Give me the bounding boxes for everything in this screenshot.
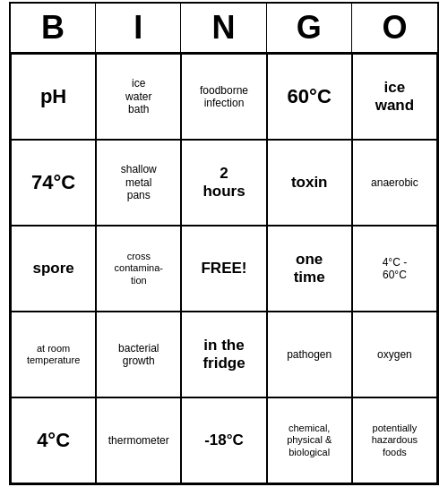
bingo-cell-0: pH [11,54,96,140]
header-letter-N: N [181,4,266,52]
bingo-cell-8: toxin [267,140,352,226]
bingo-cell-15: at roomtemperature [11,312,96,397]
bingo-cell-18: pathogen [267,312,352,397]
bingo-cell-7: 2hours [181,140,266,226]
cell-text-9: anaerobic [371,176,418,189]
cell-text-19: oxygen [377,348,412,361]
cell-text-15: at roomtemperature [27,343,80,366]
bingo-cell-17: in thefridge [181,312,266,397]
bingo-cell-5: 74°C [11,140,96,226]
cell-text-8: toxin [291,174,328,192]
bingo-cell-20: 4°C [11,397,96,483]
bingo-cell-10: spore [11,226,96,312]
bingo-cell-24: potentiallyhazardousfoods [352,397,437,483]
cell-text-22: -18°C [204,431,244,449]
header-letter-G: G [267,4,352,52]
cell-text-10: spore [32,260,73,278]
cell-text-24: potentiallyhazardousfoods [372,423,418,458]
bingo-cell-13: onetime [267,226,352,312]
bingo-cell-9: anaerobic [352,140,437,226]
bingo-cell-4: icewand [352,54,437,140]
bingo-cell-12: FREE! [181,226,266,312]
cell-text-5: 74°C [31,171,75,194]
bingo-cell-21: thermometer [96,397,181,483]
bingo-cell-6: shallowmetalpans [96,140,181,226]
header-letter-O: O [352,4,437,52]
cell-text-12: FREE! [201,260,246,278]
cell-text-1: icewaterbath [125,77,151,115]
bingo-cell-23: chemical,physical &biological [267,397,352,483]
cell-text-6: shallowmetalpans [121,163,157,201]
header-letter-I: I [96,4,181,52]
header-letter-B: B [11,4,96,52]
bingo-cell-3: 60°C [267,54,352,140]
cell-text-18: pathogen [287,348,332,361]
cell-text-23: chemical,physical &biological [287,423,332,458]
bingo-cell-19: oxygen [352,312,437,397]
cell-text-4: icewand [375,79,414,115]
bingo-grid: pHicewaterbathfoodborneinfection60°Cicew… [11,54,437,483]
bingo-header: BINGO [11,4,437,54]
cell-text-16: bacterialgrowth [118,342,159,368]
cell-text-13: onetime [294,251,325,287]
cell-text-17: in thefridge [202,337,245,373]
cell-text-0: pH [40,85,66,108]
cell-text-14: 4°C -60°C [383,256,407,282]
cell-text-20: 4°C [37,429,70,452]
cell-text-3: 60°C [288,85,332,108]
bingo-cell-16: bacterialgrowth [96,312,181,397]
bingo-cell-1: icewaterbath [96,54,181,140]
cell-text-11: crosscontamina-tion [115,251,163,286]
bingo-cell-11: crosscontamina-tion [96,226,181,312]
cell-text-2: foodborneinfection [200,84,248,110]
cell-text-7: 2hours [202,165,245,201]
bingo-cell-14: 4°C -60°C [352,226,437,312]
bingo-cell-22: -18°C [181,397,266,483]
bingo-card: BINGO pHicewaterbathfoodborneinfection60… [9,2,439,485]
cell-text-21: thermometer [108,434,169,447]
bingo-cell-2: foodborneinfection [181,54,266,140]
